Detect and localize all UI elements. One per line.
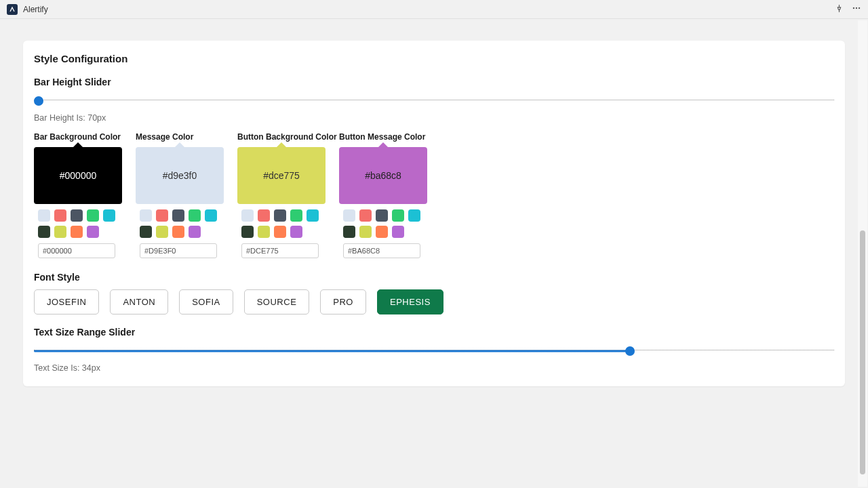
color-swatch[interactable]	[140, 226, 152, 238]
color-swatch[interactable]	[71, 209, 83, 222]
more-icon[interactable]	[852, 3, 861, 16]
pin-icon[interactable]	[835, 3, 844, 16]
color-swatch[interactable]	[343, 209, 355, 222]
color-preview-value: #000000	[60, 170, 97, 181]
hex-input[interactable]	[38, 243, 115, 258]
color-swatch[interactable]	[241, 209, 254, 222]
color-swatch[interactable]	[71, 226, 83, 238]
color-group-label: Button Background Color	[237, 132, 331, 142]
hex-input[interactable]	[140, 243, 217, 258]
color-swatch[interactable]	[38, 226, 50, 238]
font-option-ephesis[interactable]: EPHESIS	[377, 289, 443, 314]
color-swatch[interactable]	[290, 226, 302, 238]
color-swatch[interactable]	[241, 226, 254, 238]
color-swatch[interactable]	[87, 209, 99, 222]
vertical-scrollbar[interactable]	[858, 20, 867, 487]
color-swatch[interactable]	[156, 226, 168, 238]
bar-height-slider[interactable]	[34, 94, 834, 108]
color-swatch[interactable]	[376, 226, 388, 238]
font-buttons-row: JOSEFINANTONSOFIASOURCEPROEPHESIS	[34, 289, 834, 314]
color-swatch[interactable]	[205, 209, 217, 222]
color-swatch[interactable]	[359, 209, 372, 222]
swatch-row	[140, 209, 222, 238]
slider-track	[34, 100, 834, 102]
color-swatch[interactable]	[392, 209, 404, 222]
color-swatch[interactable]	[140, 209, 152, 222]
color-group: Bar Background Color#000000	[34, 132, 127, 258]
color-swatch[interactable]	[172, 226, 184, 238]
bar-height-readout: Bar Height Is: 70px	[34, 113, 834, 123]
color-swatch[interactable]	[87, 226, 99, 238]
color-swatch[interactable]	[343, 226, 355, 238]
card-title: Style Configuration	[34, 53, 834, 64]
color-preview-value: #dce775	[263, 170, 300, 181]
app-icon	[7, 4, 18, 15]
color-group: Message Color#d9e3f0	[136, 132, 229, 258]
style-config-card: Style Configuration Bar Height Slider Ba…	[23, 41, 845, 386]
color-swatch[interactable]	[290, 209, 302, 222]
color-swatch[interactable]	[156, 209, 168, 222]
font-style-label: Font Style	[34, 272, 834, 283]
color-swatch[interactable]	[359, 226, 372, 238]
color-pickers-row: Bar Background Color#000000Message Color…	[34, 132, 834, 258]
color-group: Button Message Color#ba68c8	[339, 132, 433, 258]
font-option-source[interactable]: SOURCE	[244, 289, 310, 314]
svg-point-1	[856, 7, 857, 8]
color-swatch[interactable]	[274, 209, 286, 222]
color-swatch[interactable]	[38, 209, 50, 222]
color-swatch[interactable]	[258, 209, 270, 222]
color-preview[interactable]: #d9e3f0	[136, 147, 224, 204]
scrollbar-thumb[interactable]	[860, 230, 865, 474]
swatch-row	[38, 209, 121, 238]
color-swatch[interactable]	[274, 226, 286, 238]
color-group-label: Bar Background Color	[34, 132, 127, 142]
font-option-pro[interactable]: PRO	[320, 289, 366, 314]
color-preview[interactable]: #000000	[34, 147, 122, 204]
slider-fill	[34, 350, 630, 352]
swatch-row	[343, 209, 426, 238]
color-swatch[interactable]	[54, 226, 66, 238]
text-size-readout: Text Size Is: 34px	[34, 363, 834, 373]
color-swatch[interactable]	[408, 209, 420, 222]
color-swatch[interactable]	[172, 209, 184, 222]
svg-point-0	[853, 7, 854, 8]
color-preview[interactable]: #dce775	[237, 147, 326, 204]
slider-thumb[interactable]	[625, 346, 635, 356]
color-preview[interactable]: #ba68c8	[339, 147, 427, 204]
text-size-slider[interactable]	[34, 344, 834, 358]
color-preview-value: #d9e3f0	[163, 170, 197, 181]
swatch-row	[241, 209, 324, 238]
color-preview-value: #ba68c8	[365, 170, 401, 181]
color-group: Button Background Color#dce775	[237, 132, 331, 258]
text-size-label: Text Size Range Slider	[34, 327, 834, 338]
color-swatch[interactable]	[376, 209, 388, 222]
svg-point-2	[859, 7, 860, 8]
app-header: Alertify	[0, 0, 868, 19]
font-option-sofia[interactable]: SOFIA	[179, 289, 233, 314]
color-swatch[interactable]	[189, 209, 201, 222]
color-swatch[interactable]	[392, 226, 404, 238]
color-swatch[interactable]	[54, 209, 66, 222]
font-option-anton[interactable]: ANTON	[110, 289, 168, 314]
color-swatch[interactable]	[307, 209, 319, 222]
color-swatch[interactable]	[103, 209, 115, 222]
hex-input[interactable]	[343, 243, 420, 258]
color-swatch[interactable]	[258, 226, 270, 238]
app-title: Alertify	[23, 5, 48, 14]
color-swatch[interactable]	[189, 226, 201, 238]
slider-thumb[interactable]	[34, 96, 43, 106]
color-group-label: Button Message Color	[339, 132, 433, 142]
color-group-label: Message Color	[136, 132, 229, 142]
font-option-josefin[interactable]: JOSEFIN	[34, 289, 99, 314]
hex-input[interactable]	[241, 243, 319, 258]
bar-height-label: Bar Height Slider	[34, 77, 834, 87]
